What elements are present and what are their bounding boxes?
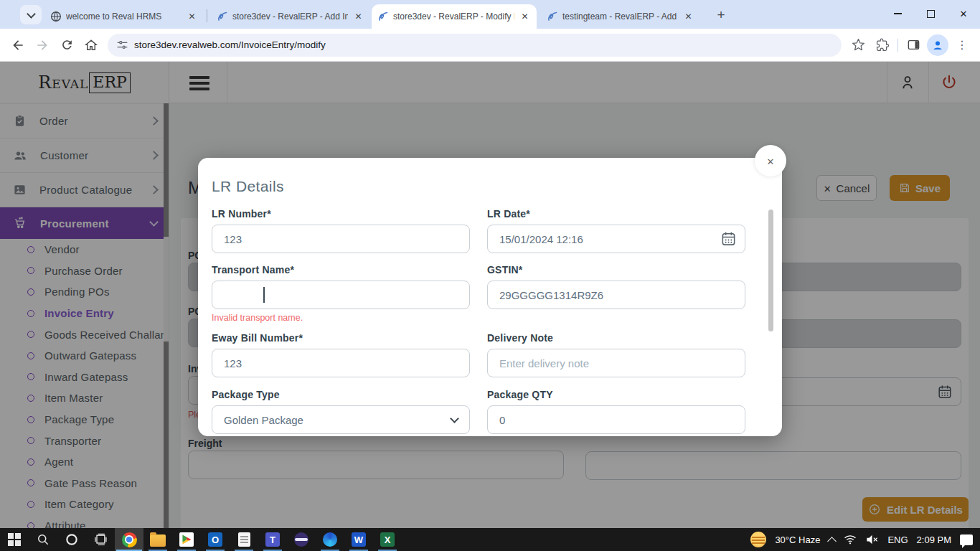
new-tab-button[interactable] bbox=[712, 6, 730, 24]
tab-search-button[interactable] bbox=[20, 5, 42, 24]
gstin-field: GSTIN* bbox=[487, 264, 745, 309]
package-type-field: Package Type Golden Package bbox=[212, 389, 470, 434]
clock[interactable]: 2:09 PM bbox=[917, 534, 951, 545]
eway-bill-input[interactable] bbox=[212, 349, 470, 377]
calendar-icon[interactable] bbox=[720, 230, 737, 247]
tab-close-icon[interactable] bbox=[519, 11, 531, 23]
chevron-down-icon bbox=[450, 414, 459, 423]
forward-button[interactable] bbox=[30, 33, 55, 57]
text-cursor bbox=[263, 287, 265, 303]
tab-close-icon[interactable] bbox=[186, 11, 198, 23]
taskbar-word-button[interactable] bbox=[344, 528, 373, 551]
taskbar-search-button[interactable] bbox=[29, 528, 57, 551]
chrome-icon bbox=[122, 532, 137, 547]
outlook-icon bbox=[208, 532, 222, 547]
edge-icon bbox=[323, 532, 337, 547]
excel-icon bbox=[380, 532, 395, 547]
weather-haze-icon[interactable] bbox=[750, 532, 766, 547]
delivery-note-input[interactable] bbox=[487, 349, 745, 377]
bookmark-star-icon[interactable] bbox=[846, 33, 870, 57]
cortana-icon bbox=[65, 532, 79, 547]
tab-modify-invoice-active[interactable]: store3dev - RevalERP - Modify In bbox=[372, 4, 537, 29]
taskbar-media-app-button[interactable] bbox=[172, 528, 201, 551]
cortana-button[interactable] bbox=[57, 528, 86, 551]
task-view-icon bbox=[93, 532, 108, 547]
url-bar[interactable]: store3dev.revalweb.com/InvoiceEntry/modi… bbox=[108, 34, 842, 57]
package-qty-field: Package QTY bbox=[487, 389, 745, 434]
reval-favicon bbox=[377, 11, 389, 22]
lr-number-input[interactable] bbox=[212, 225, 470, 253]
tab-title: store3dev - RevalERP - Add Invo bbox=[232, 11, 348, 22]
back-button[interactable] bbox=[6, 33, 30, 57]
tab-title: testingteam - RevalERP - Add Wo bbox=[562, 11, 678, 22]
reload-button[interactable] bbox=[55, 33, 79, 57]
browser-tab-strip: welcome to Reval HRMS store3dev - RevalE… bbox=[0, 0, 980, 29]
modal-scrollbar-thumb[interactable] bbox=[768, 209, 773, 331]
url-text: store3dev.revalweb.com/InvoiceEntry/modi… bbox=[134, 39, 326, 50]
tab-add-work[interactable]: testingteam - RevalERP - Add Wo bbox=[541, 4, 700, 29]
file-explorer-icon bbox=[150, 534, 166, 547]
eclipse-icon bbox=[294, 532, 308, 547]
chevron-down-icon bbox=[27, 9, 36, 19]
modal-title: LR Details bbox=[212, 178, 284, 195]
side-panel-icon[interactable] bbox=[901, 33, 925, 57]
lr-date-input[interactable] bbox=[487, 225, 745, 253]
taskbar-tray: 30°C Haze ENG 2:09 PM bbox=[750, 528, 980, 551]
action-center-icon[interactable] bbox=[960, 534, 973, 545]
taskbar-notepad-button[interactable] bbox=[230, 528, 258, 551]
triangle-app-icon bbox=[179, 532, 194, 547]
search-icon bbox=[36, 532, 50, 547]
transport-name-error: Invalid transport name. bbox=[212, 313, 470, 323]
toolbar-divider bbox=[897, 39, 898, 52]
site-settings-icon[interactable] bbox=[116, 39, 128, 51]
taskbar-eclipse-button[interactable] bbox=[287, 528, 316, 551]
volume-muted-icon[interactable] bbox=[865, 534, 879, 545]
transport-name-field: Transport Name* Invalid transport name. bbox=[212, 264, 470, 323]
language-indicator[interactable]: ENG bbox=[887, 534, 908, 545]
taskbar-edge-button[interactable] bbox=[316, 528, 344, 551]
tab-close-icon[interactable] bbox=[682, 11, 694, 23]
reval-favicon bbox=[547, 11, 558, 22]
package-type-select[interactable]: Golden Package bbox=[212, 405, 470, 434]
task-view-button[interactable] bbox=[86, 528, 115, 551]
taskbar-outlook-button[interactable] bbox=[201, 528, 230, 551]
modal-close-button[interactable] bbox=[755, 145, 786, 176]
weather-text[interactable]: 30°C Haze bbox=[775, 534, 820, 545]
word-icon bbox=[352, 532, 366, 547]
lr-details-modal: LR Details LR Number* LR Date* Transport… bbox=[198, 158, 782, 436]
taskbar-excel-button[interactable] bbox=[373, 528, 402, 551]
window-minimize-button[interactable] bbox=[881, 0, 914, 27]
profile-avatar[interactable] bbox=[925, 33, 950, 57]
tab-title: welcome to Reval HRMS bbox=[66, 11, 182, 22]
tab-separator bbox=[207, 9, 207, 22]
tray-expand-icon[interactable] bbox=[828, 537, 837, 546]
tab-reval-hrms[interactable]: welcome to Reval HRMS bbox=[44, 4, 204, 29]
notepad-icon bbox=[238, 532, 250, 547]
browser-menu-icon[interactable] bbox=[950, 33, 974, 57]
window-maximize-button[interactable] bbox=[914, 0, 947, 27]
extensions-icon[interactable] bbox=[870, 33, 895, 57]
tab-close-icon[interactable] bbox=[352, 11, 364, 23]
lr-date-field: LR Date* bbox=[487, 208, 745, 253]
wifi-icon[interactable] bbox=[844, 534, 857, 545]
delivery-note-field: Delivery Note bbox=[487, 332, 745, 377]
home-button[interactable] bbox=[79, 33, 103, 57]
tab-add-invoice[interactable]: store3dev - RevalERP - Add Invo bbox=[211, 4, 370, 29]
lr-details-modal-body: LR Details LR Number* LR Date* Transport… bbox=[198, 158, 782, 436]
start-button[interactable] bbox=[0, 528, 29, 551]
browser-toolbar: store3dev.revalweb.com/InvoiceEntry/modi… bbox=[0, 29, 980, 62]
package-qty-input[interactable] bbox=[487, 405, 745, 434]
close-icon bbox=[767, 155, 775, 167]
taskbar-teams-button[interactable] bbox=[258, 528, 287, 551]
teams-icon bbox=[265, 532, 280, 547]
windows-logo-icon bbox=[8, 533, 21, 546]
reval-favicon bbox=[217, 11, 228, 22]
eway-bill-field: Eway Bill Number* bbox=[212, 332, 470, 377]
taskbar-chrome-button[interactable] bbox=[115, 528, 143, 551]
lr-number-field: LR Number* bbox=[212, 208, 470, 253]
window-close-button[interactable] bbox=[947, 0, 980, 27]
transport-name-input[interactable] bbox=[212, 281, 470, 309]
tab-title: store3dev - RevalERP - Modify In bbox=[393, 11, 514, 22]
taskbar-explorer-button[interactable] bbox=[143, 528, 172, 551]
gstin-input[interactable] bbox=[487, 281, 745, 309]
